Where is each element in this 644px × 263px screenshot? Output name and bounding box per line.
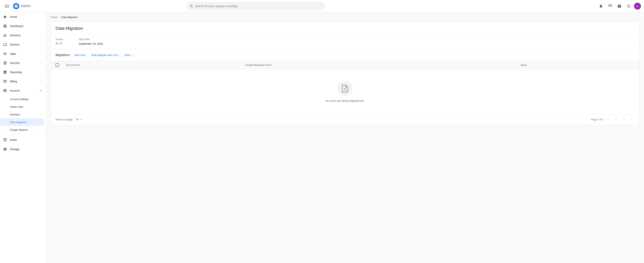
- main-content: Home › Data Migration Data Migration Sou…: [46, 12, 644, 128]
- empty-state: No users are being migrated yet.: [51, 69, 639, 114]
- apps-chevron-icon: ›: [40, 52, 41, 55]
- migrations-title: Migrations: [56, 53, 70, 57]
- avatar[interactable]: A: [634, 3, 641, 9]
- google-workspace-email-col: Google Workspace Email: [241, 61, 516, 69]
- source-value: [56, 42, 64, 44]
- sidebar-account-label: Account: [10, 89, 20, 92]
- billing-icon: [3, 79, 7, 83]
- data-migration-label: Data migration: [10, 121, 26, 124]
- empty-state-text: No users are being migrated yet.: [326, 99, 364, 102]
- sidebar-item-reporting[interactable]: Reporting ›: [0, 68, 44, 77]
- more-button[interactable]: More: [123, 52, 136, 58]
- search-bar: [186, 2, 325, 10]
- source-label: Source:: [56, 38, 64, 41]
- sidebar-sub-item-account-settings[interactable]: Account settings: [0, 95, 44, 103]
- sidebar-sub-item-data-migration[interactable]: Data migration: [0, 118, 44, 126]
- breadcrumb-current: Data Migration: [62, 16, 78, 19]
- sidebar-security-label: Security: [10, 61, 20, 64]
- grid-icon: [626, 4, 631, 8]
- page-info: Page 1 of 1: [591, 118, 604, 121]
- sidebar-apps-label: Apps: [10, 52, 16, 55]
- more-chevron-icon: [132, 53, 134, 57]
- source-icon: [56, 42, 62, 44]
- next-page-button[interactable]: [621, 116, 627, 122]
- page-title: Data Migration: [56, 26, 634, 31]
- topbar-left: Admin: [3, 2, 49, 10]
- sidebar: Home Dashboard Directory › Devices › App…: [0, 12, 46, 128]
- sidebar-item-security[interactable]: Security ›: [0, 58, 44, 68]
- sidebar-directory-label: Directory: [10, 34, 21, 37]
- sidebar-home-label: Home: [10, 15, 17, 18]
- google-logo: [13, 3, 19, 9]
- search-input[interactable]: [195, 4, 322, 8]
- empty-state-icon: [337, 81, 353, 96]
- sidebar-item-account[interactable]: Account ▾: [0, 86, 44, 95]
- help-icon: [617, 4, 622, 8]
- breadcrumb-home-link[interactable]: Home: [51, 16, 58, 19]
- select-all-checkbox[interactable]: [56, 63, 59, 67]
- migration-illustration-icon: [340, 84, 350, 93]
- prev-page-button[interactable]: [613, 116, 619, 122]
- start-time-value: September 16, 2022: [79, 42, 103, 45]
- hamburger-icon: [4, 4, 9, 8]
- sidebar-dashboard-label: Dashboard: [10, 24, 23, 28]
- topbar-right: A: [597, 2, 641, 10]
- pagination-right: Page 1 of 1: [591, 116, 635, 122]
- security-chevron-icon: ›: [40, 62, 41, 64]
- first-page-icon: [607, 118, 610, 121]
- account-icon: [3, 89, 7, 92]
- start-time-section: Start Time: September 16, 2022: [79, 38, 103, 45]
- sidebar-item-apps[interactable]: Apps ›: [0, 49, 44, 58]
- billing-chevron-icon: ›: [40, 80, 41, 83]
- first-page-button[interactable]: [606, 116, 612, 122]
- migrations-table: Source Email Google Workspace Email Stat…: [51, 61, 639, 114]
- add-user-button[interactable]: Add User: [73, 52, 87, 58]
- sidebar-item-home[interactable]: Home: [0, 12, 44, 21]
- pagination: Rows per page: 50 Page 1 of 1: [51, 114, 639, 125]
- more-label: More: [124, 53, 131, 57]
- rows-per-page-label: Rows per page:: [56, 118, 73, 121]
- directory-icon: [3, 33, 7, 37]
- bell-icon: [599, 4, 603, 8]
- sidebar-sub-item-admin-roles[interactable]: Admin roles: [0, 103, 44, 111]
- devices-chevron-icon: ›: [40, 43, 41, 46]
- rows-per-page-value: 50: [76, 118, 79, 121]
- table-container: Source Email Google Workspace Email Stat…: [51, 61, 639, 114]
- directory-chevron-icon: ›: [40, 34, 41, 37]
- prev-page-icon: [614, 118, 618, 121]
- reporting-icon: [3, 70, 7, 74]
- migrations-header: Migrations Add User Bulk Migrate with CS…: [51, 49, 639, 61]
- select-all-col: [51, 61, 61, 69]
- page-header: Data Migration: [51, 22, 639, 34]
- sidebar-item-billing[interactable]: Billing ›: [0, 77, 44, 86]
- security-icon: [3, 61, 7, 65]
- rows-per-page-select[interactable]: 50: [74, 117, 84, 122]
- help-button[interactable]: [616, 2, 623, 10]
- support-operator-button[interactable]: [606, 2, 614, 10]
- sidebar-reporting-label: Reporting: [10, 71, 22, 74]
- last-page-icon: [630, 118, 633, 121]
- start-time-label: Start Time:: [79, 38, 103, 41]
- sidebar-item-devices[interactable]: Devices ›: [0, 40, 44, 49]
- sidebar-item-directory[interactable]: Directory ›: [0, 31, 44, 40]
- breadcrumb: Home › Data Migration: [46, 12, 644, 19]
- last-page-button[interactable]: [628, 116, 634, 122]
- rows-per-page-section: Rows per page: 50: [56, 117, 84, 122]
- source-email-col: Source Email: [61, 61, 241, 69]
- account-settings-label: Account settings: [10, 98, 28, 101]
- grid-apps-button[interactable]: [625, 2, 632, 10]
- headset-icon: [608, 4, 612, 8]
- bulk-migrate-button[interactable]: Bulk Migrate with CSV: [90, 52, 120, 58]
- next-page-icon: [622, 118, 626, 121]
- status-col: Status: [516, 61, 639, 69]
- rows-chevron-icon: [80, 118, 83, 121]
- home-icon: [3, 15, 7, 19]
- sidebar-item-dashboard[interactable]: Dashboard: [0, 21, 44, 31]
- sidebar-billing-label: Billing: [10, 80, 17, 83]
- notifications-button[interactable]: [597, 2, 605, 10]
- sidebar-sub-item-domains[interactable]: Domains ›: [0, 111, 44, 118]
- search-icon: [190, 4, 193, 8]
- dashboard-icon: [3, 24, 7, 28]
- sidebar-sub-item-google-takeout[interactable]: Google Takeout: [0, 126, 44, 128]
- hamburger-menu-button[interactable]: [3, 2, 11, 10]
